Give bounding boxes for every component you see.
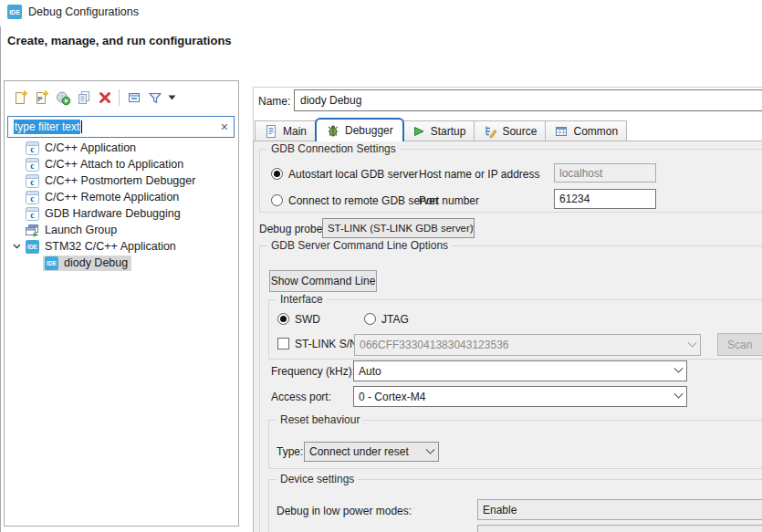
host-label: Host name or IP address bbox=[419, 168, 540, 181]
swd-radio[interactable] bbox=[277, 313, 289, 325]
next-device-setting-select[interactable] bbox=[477, 525, 762, 532]
svg-text:c: c bbox=[30, 144, 35, 154]
tree-item-label: STM32 C/C++ Application bbox=[45, 240, 176, 253]
tree-item-gdb-hardware[interactable]: c GDB Hardware Debugging bbox=[5, 205, 238, 222]
group-title: GDB Server Command Line Options bbox=[267, 239, 452, 252]
svg-text:c: c bbox=[30, 210, 35, 220]
c-application-icon: c bbox=[26, 158, 39, 172]
group-title: Device settings bbox=[277, 473, 358, 485]
launch-group-icon bbox=[26, 224, 39, 237]
access-port-label: Access port: bbox=[271, 391, 331, 403]
filter-input[interactable]: type filter text × bbox=[7, 116, 235, 138]
debug-probe-label: Debug probe bbox=[259, 223, 322, 235]
toolbar-menu-dropdown-icon[interactable] bbox=[165, 88, 178, 108]
gdb-connection-settings-group: GDB Connection Settings Autostart local … bbox=[259, 149, 762, 213]
clear-filter-icon[interactable]: × bbox=[221, 120, 228, 133]
tree-item-label: GDB Hardware Debugging bbox=[45, 207, 181, 220]
tree-item-diody-debug[interactable]: IDE diody Debug bbox=[5, 255, 238, 271]
tab-source[interactable]: Source bbox=[475, 120, 546, 141]
tab-debugger[interactable]: Debugger bbox=[315, 118, 404, 141]
jtag-radio[interactable] bbox=[364, 313, 376, 325]
tree-item-label: C/C++ Remote Application bbox=[45, 191, 179, 203]
new-launch-prototype-icon[interactable]: P bbox=[31, 88, 52, 108]
configurations-panel: P type filter text × c C/C++ Applicat bbox=[4, 80, 239, 527]
document-icon bbox=[264, 124, 278, 139]
dialog-header: IDE Debug Configurations bbox=[7, 5, 139, 19]
configurations-toolbar: P bbox=[10, 87, 178, 109]
dialog-subtitle: Create, manage, and run configurations bbox=[7, 34, 232, 47]
c-application-icon: c bbox=[26, 207, 39, 221]
tab-common[interactable]: Common bbox=[546, 120, 627, 141]
tree-item-label: C/C++ Attach to Application bbox=[45, 158, 183, 171]
tab-main[interactable]: Main bbox=[255, 120, 316, 141]
c-application-icon: c bbox=[26, 141, 39, 155]
frequency-label: Frequency (kHz): bbox=[271, 365, 355, 378]
svg-text:c: c bbox=[30, 161, 35, 171]
interface-group: Interface SWD JTAG ST-LINK S/N 066CFF333… bbox=[268, 299, 762, 360]
svg-text:c: c bbox=[30, 177, 35, 187]
reset-type-select[interactable]: Connect under reset bbox=[304, 442, 439, 462]
low-power-label: Debug in low power modes: bbox=[277, 505, 412, 517]
chevron-down-icon bbox=[674, 390, 684, 399]
toolbar-separator bbox=[119, 89, 120, 106]
svg-text:c: c bbox=[30, 193, 35, 203]
c-application-icon: c bbox=[26, 191, 39, 204]
configuration-tabs: Main Debugger Startup Source Common bbox=[255, 118, 627, 141]
low-power-select[interactable]: Enable bbox=[477, 499, 762, 520]
port-input[interactable] bbox=[554, 189, 656, 209]
tree-item-cpp-attach[interactable]: c C/C++ Attach to Application bbox=[5, 156, 238, 172]
scan-button[interactable]: Scan bbox=[717, 333, 762, 356]
autostart-gdb-server-label: Autostart local GDB server bbox=[288, 168, 418, 181]
tree-item-label: Launch Group bbox=[45, 224, 117, 236]
filter-text-selected: type filter text bbox=[14, 120, 80, 134]
gdb-server-options-group: GDB Server Command Line Options Show Com… bbox=[259, 245, 762, 532]
delete-launch-configuration-icon[interactable] bbox=[94, 88, 115, 108]
host-input[interactable] bbox=[554, 163, 656, 183]
chevron-down-icon bbox=[688, 338, 697, 347]
dialog-left-border bbox=[0, 26, 1, 532]
chevron-down-icon bbox=[674, 364, 684, 373]
stlink-sn-label: ST-LINK S/N bbox=[295, 338, 358, 350]
name-input[interactable] bbox=[294, 89, 762, 111]
device-settings-group: Device settings Debug in low power modes… bbox=[268, 479, 762, 532]
tree-expander-icon[interactable] bbox=[9, 244, 24, 249]
configuration-tree: c C/C++ Application c C/C++ Attach to Ap… bbox=[5, 140, 238, 526]
stlink-sn-combo[interactable]: 066CFF333041383043123536 bbox=[354, 334, 701, 356]
tab-startup[interactable]: Startup bbox=[403, 120, 475, 141]
duplicate-launch-configuration-icon[interactable] bbox=[73, 88, 94, 108]
tree-item-cpp-remote[interactable]: c C/C++ Remote Application bbox=[5, 189, 238, 205]
port-label: Port number bbox=[419, 194, 479, 207]
export-launch-configuration-icon[interactable] bbox=[52, 88, 73, 108]
connect-remote-gdb-server-radio[interactable] bbox=[271, 194, 283, 206]
right-panel-top-border bbox=[253, 87, 762, 88]
access-port-select[interactable]: 0 - Cortex-M4 bbox=[353, 386, 687, 407]
tree-item-launch-group[interactable]: Launch Group bbox=[5, 222, 238, 238]
play-icon bbox=[412, 124, 426, 139]
tree-item-stm32-application[interactable]: IDE STM32 C/C++ Application bbox=[5, 238, 238, 255]
text-caret bbox=[81, 120, 82, 133]
reset-type-label: Type: bbox=[277, 445, 303, 458]
frequency-select[interactable]: Auto bbox=[353, 360, 687, 381]
tree-item-label: C/C++ Postmortem Debugger bbox=[45, 174, 195, 187]
stlink-sn-checkbox[interactable] bbox=[277, 338, 289, 349]
debug-probe-select[interactable]: ST-LINK (ST-LINK GDB server) bbox=[322, 218, 475, 238]
dialog-title: Debug Configurations bbox=[28, 5, 139, 18]
tree-item-label: C/C++ Application bbox=[45, 141, 136, 154]
filter-launch-configurations-icon[interactable] bbox=[144, 88, 165, 108]
chevron-down-icon bbox=[426, 444, 435, 454]
ide-config-icon: IDE bbox=[45, 256, 58, 270]
debugger-tab-content: GDB Connection Settings Autostart local … bbox=[253, 141, 762, 532]
tree-item-cpp-postmortem[interactable]: c C/C++ Postmortem Debugger bbox=[5, 172, 238, 189]
show-command-line-button[interactable]: Show Command Line bbox=[269, 270, 377, 292]
tree-item-cpp-application[interactable]: c C/C++ Application bbox=[5, 140, 238, 156]
collapse-all-icon[interactable] bbox=[123, 88, 144, 108]
ide-config-icon: IDE bbox=[26, 240, 39, 254]
swd-label: SWD bbox=[295, 313, 320, 326]
group-title: Reset behaviour bbox=[277, 413, 363, 426]
source-tree-icon bbox=[483, 124, 497, 139]
table-icon bbox=[554, 124, 569, 139]
svg-text:P: P bbox=[37, 95, 43, 103]
group-title: GDB Connection Settings bbox=[267, 142, 400, 155]
autostart-gdb-server-radio[interactable] bbox=[271, 168, 283, 180]
new-launch-configuration-icon[interactable] bbox=[10, 88, 31, 108]
